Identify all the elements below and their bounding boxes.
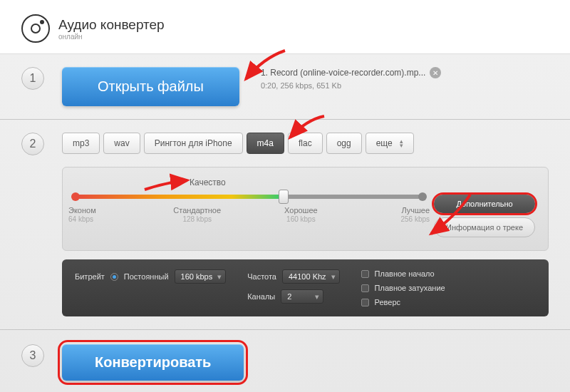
fade-in-checkbox[interactable] — [361, 270, 369, 278]
reverse-checkbox[interactable] — [361, 299, 369, 306]
tab-wav[interactable]: wav — [103, 133, 140, 154]
advanced-button[interactable]: Дополнительно — [434, 195, 535, 213]
file-meta: 0:20, 256 kbps, 651 Kb — [261, 81, 441, 90]
step-number-2: 2 — [21, 133, 44, 155]
slider-endpoint-left — [71, 192, 80, 201]
quality-good: Хорошее — [284, 206, 318, 215]
quality-standard: Стандартное — [173, 206, 221, 215]
step-number-3: 3 — [21, 344, 44, 367]
slider-thumb[interactable] — [279, 190, 289, 204]
freq-select[interactable]: 44100 Khz — [282, 269, 340, 284]
logo-icon — [21, 14, 50, 43]
advanced-panel: Битрейт Постоянный 160 kbps Частота 4410… — [62, 259, 549, 316]
quality-best: Лучшее — [401, 206, 430, 215]
remove-file-button[interactable]: ✕ — [430, 67, 441, 78]
bitrate-label: Битрейт — [75, 272, 105, 281]
channels-label: Каналы — [247, 292, 275, 301]
slider-endpoint-right — [418, 192, 427, 201]
quality-label: Качество — [190, 177, 535, 187]
tab-iphone-ringtone[interactable]: Рингтон для iPhone — [144, 133, 243, 154]
app-title: Аудио конвертер — [58, 17, 165, 33]
file-name: 1. Record (online-voice-recorder.com).mp… — [261, 68, 425, 78]
open-files-button[interactable]: Открыть файлы — [62, 67, 239, 106]
fade-in-label: Плавное начало — [375, 269, 435, 278]
fade-out-checkbox[interactable] — [361, 284, 369, 292]
bitrate-mode: Постоянный — [124, 272, 169, 281]
quality-slider[interactable] — [76, 195, 423, 199]
convert-button[interactable]: Конвертировать — [62, 344, 244, 381]
quality-econom: Эконом — [68, 206, 96, 215]
tab-ogg[interactable]: ogg — [326, 133, 362, 154]
step-number-1: 1 — [21, 67, 44, 90]
bitrate-select[interactable]: 160 kbps — [175, 269, 227, 284]
fade-out-label: Плавное затухание — [375, 284, 445, 292]
track-info-button[interactable]: Информация о треке — [434, 217, 535, 237]
app-subtitle: онлайн — [58, 33, 165, 41]
tab-flac[interactable]: flac — [288, 133, 323, 154]
tab-m4a[interactable]: m4a — [247, 133, 284, 154]
format-tabs: mp3 wav Рингтон для iPhone m4a flac ogg … — [62, 133, 549, 154]
channels-select[interactable]: 2 — [281, 289, 323, 304]
reverse-label: Реверс — [375, 298, 400, 306]
freq-label: Частота — [247, 272, 276, 281]
bitrate-constant-radio[interactable] — [110, 273, 118, 281]
tab-more[interactable]: еще▴▾ — [366, 133, 414, 154]
tab-mp3[interactable]: mp3 — [62, 133, 100, 154]
updown-icon: ▴▾ — [400, 139, 403, 148]
